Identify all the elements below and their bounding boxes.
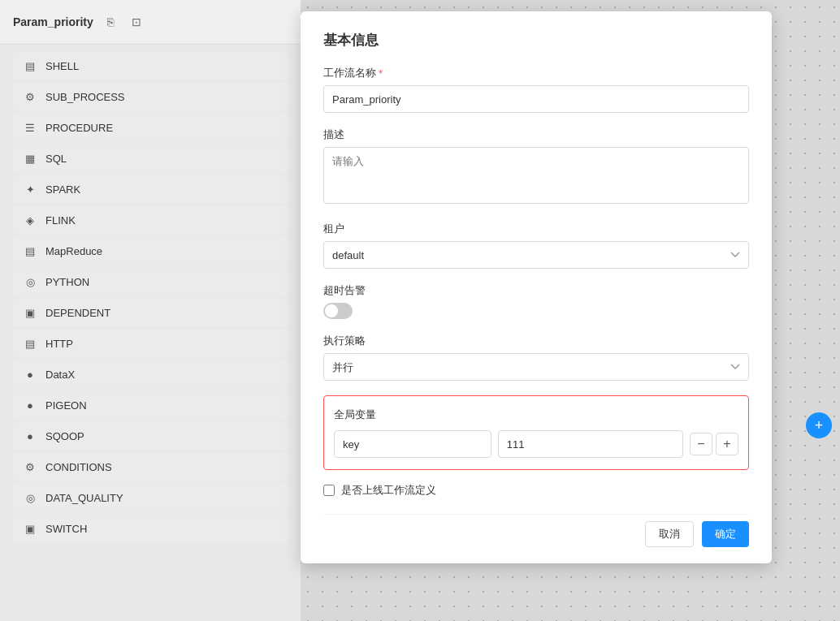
- workflow-name-label: 工作流名称 *: [323, 66, 749, 80]
- mapreduce-icon: ▤: [23, 244, 37, 258]
- timeout-toggle[interactable]: [323, 303, 353, 319]
- var-val-input[interactable]: [498, 430, 683, 458]
- copy-icon[interactable]: ⎘: [102, 13, 119, 31]
- add-icon: +: [815, 417, 824, 434]
- tenant-label: 租户: [323, 222, 749, 236]
- sidebar-item-sqoop[interactable]: ●SQOOP: [13, 421, 288, 451]
- modal-dialog: 基本信息 工作流名称 * 描述 租户 default 超时告警 执行策略 并行 …: [301, 11, 772, 563]
- python-label: PYTHON: [45, 276, 89, 288]
- flink-label: FLINK: [45, 214, 76, 226]
- sidebar-item-switch[interactable]: ▣SWITCH: [13, 514, 288, 543]
- sidebar-item-sub_process[interactable]: ⚙SUB_PROCESS: [13, 82, 288, 111]
- tenant-section: 租户 default: [323, 222, 749, 269]
- procedure-icon: ☰: [23, 120, 37, 135]
- switch-icon: ▣: [23, 521, 37, 536]
- sql-icon: ▦: [23, 151, 37, 166]
- sidebar-item-dependent[interactable]: ▣DEPENDENT: [13, 298, 288, 327]
- pigeon-icon: ●: [23, 398, 37, 412]
- sidebar-item-conditions[interactable]: ⚙CONDITIONS: [13, 452, 288, 481]
- online-checkbox-row: 是否上线工作流定义: [323, 483, 749, 498]
- sidebar-item-data_quality[interactable]: ◎DATA_QUALITY: [13, 483, 288, 512]
- link-icon[interactable]: ⊡: [128, 13, 145, 31]
- workflow-name-input[interactable]: [323, 85, 749, 113]
- modal-footer: 取消 确定: [323, 514, 749, 547]
- sidebar-item-datax[interactable]: ●DataX: [13, 360, 288, 389]
- sidebar-item-python[interactable]: ◎PYTHON: [13, 267, 288, 296]
- python-icon: ◎: [23, 274, 37, 289]
- description-label: 描述: [323, 127, 749, 142]
- dependent-label: DEPENDENT: [45, 307, 110, 319]
- modal-title: 基本信息: [323, 31, 749, 50]
- sidebar-item-pigeon[interactable]: ●PIGEON: [13, 390, 288, 420]
- sub_process-icon: ⚙: [23, 89, 37, 104]
- sub_process-label: SUB_PROCESS: [45, 91, 125, 103]
- spark-label: SPARK: [45, 183, 80, 196]
- data_quality-label: DATA_QUALITY: [45, 492, 123, 504]
- description-section: 描述: [323, 127, 749, 207]
- flink-icon: ◈: [23, 213, 37, 227]
- timeout-label: 超时告警: [323, 283, 749, 298]
- var-remove-button[interactable]: −: [690, 433, 712, 455]
- online-checkbox-label[interactable]: 是否上线工作流定义: [341, 483, 436, 498]
- sqoop-label: SQOOP: [45, 430, 84, 442]
- data_quality-icon: ◎: [23, 490, 37, 505]
- global-vars-label: 全局变量: [334, 408, 738, 422]
- execution-section: 执行策略 并行 串行: [323, 334, 749, 381]
- conditions-icon: ⚙: [23, 459, 37, 474]
- var-key-input[interactable]: [334, 430, 491, 458]
- sidebar-list: ▤SHELL⚙SUB_PROCESS☰PROCEDURE▦SQL✦SPARK◈F…: [0, 45, 301, 551]
- sidebar-item-spark[interactable]: ✦SPARK: [13, 175, 288, 204]
- global-vars-row: − +: [334, 430, 738, 458]
- switch-label: SWITCH: [45, 523, 87, 535]
- shell-icon: ▤: [23, 58, 37, 73]
- shell-label: SHELL: [45, 60, 79, 72]
- sidebar-header: Param_priority ⎘ ⊡: [0, 0, 301, 45]
- workflow-name-section: 工作流名称 *: [323, 66, 749, 113]
- datax-icon: ●: [23, 367, 37, 382]
- cancel-button[interactable]: 取消: [645, 521, 694, 547]
- var-action-buttons: − +: [690, 433, 738, 455]
- confirm-button[interactable]: 确定: [702, 521, 749, 547]
- sidebar-item-sql[interactable]: ▦SQL: [13, 144, 288, 173]
- sidebar-item-flink[interactable]: ◈FLINK: [13, 205, 288, 235]
- execution-label: 执行策略: [323, 334, 749, 348]
- procedure-label: PROCEDURE: [45, 122, 113, 134]
- global-vars-section: 全局变量 − +: [323, 395, 749, 470]
- add-node-button[interactable]: +: [806, 412, 832, 438]
- tenant-select[interactable]: default: [323, 241, 749, 269]
- sidebar-item-procedure[interactable]: ☰PROCEDURE: [13, 113, 288, 142]
- http-label: HTTP: [45, 338, 73, 350]
- sidebar-item-mapreduce[interactable]: ▤MapReduce: [13, 236, 288, 265]
- spark-icon: ✦: [23, 182, 37, 196]
- mapreduce-label: MapReduce: [45, 245, 102, 257]
- sqoop-icon: ●: [23, 429, 37, 443]
- sidebar-title: Param_priority: [13, 15, 93, 28]
- online-checkbox[interactable]: [323, 485, 335, 496]
- timeout-section: 超时告警: [323, 283, 749, 319]
- var-add-button[interactable]: +: [716, 433, 738, 455]
- http-icon: ▤: [23, 336, 37, 351]
- required-star: *: [379, 67, 383, 80]
- pigeon-label: PIGEON: [45, 399, 87, 412]
- sql-label: SQL: [45, 153, 67, 165]
- dependent-icon: ▣: [23, 305, 37, 320]
- execution-select[interactable]: 并行 串行: [323, 353, 749, 381]
- datax-label: DataX: [45, 369, 75, 381]
- sidebar-item-http[interactable]: ▤HTTP: [13, 329, 288, 358]
- conditions-label: CONDITIONS: [45, 461, 112, 473]
- timeout-toggle-container: [323, 303, 749, 319]
- sidebar-item-shell[interactable]: ▤SHELL: [13, 51, 288, 80]
- description-input[interactable]: [323, 147, 749, 204]
